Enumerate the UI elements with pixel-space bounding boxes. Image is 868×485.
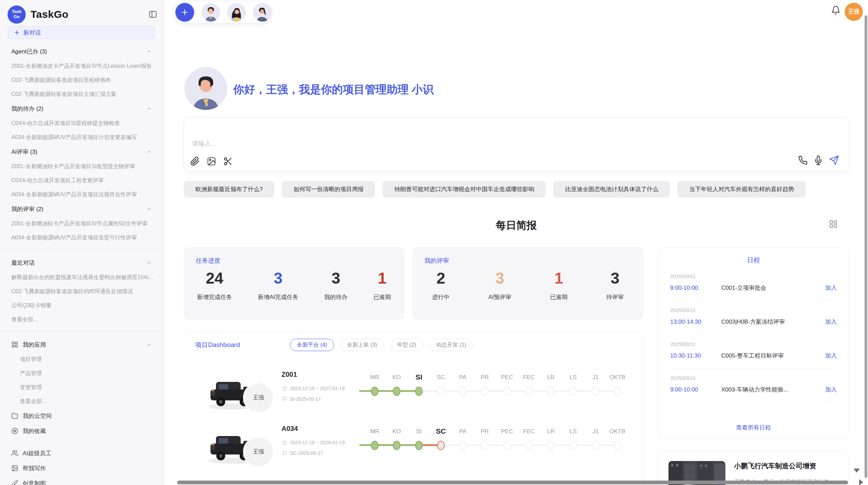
greeting-text: 你好，王强，我是你的项目管理助理 小识 [233, 82, 434, 97]
sidebar-item[interactable]: Z001-全新燃油轻卡产品开发项目SI节点属性5D文件评审 [0, 216, 164, 231]
stat-value: 3 [611, 269, 619, 288]
my-review-title: 我的评审 [424, 257, 449, 265]
project-milestone-date: SI-2025-05-17 [282, 396, 321, 402]
scroll-right-arrow[interactable] [859, 479, 863, 485]
milestone-dot-todo [547, 387, 555, 396]
join-meeting-link[interactable]: 加入 [825, 284, 837, 292]
attachment-icon[interactable] [190, 157, 200, 166]
schedule-event-title: C001-立项审批会 [721, 284, 821, 292]
suggestion-chip[interactable]: 比亚迪全固态电池计划具体说了什么 [553, 181, 670, 198]
microphone-icon[interactable] [813, 156, 823, 165]
section-label: 我的应用 [23, 341, 46, 349]
milestone-dot-done [415, 441, 423, 450]
plus-icon [180, 8, 189, 17]
sidebar-section-my-todo[interactable]: 我的待办 (2) [0, 101, 164, 116]
scroll-down-arrow[interactable] [854, 469, 860, 473]
sidebar-item-cloud-space[interactable]: 我的云空间 [0, 408, 164, 423]
notification-bell-icon[interactable] [831, 5, 841, 15]
milestone-dot-todo [503, 387, 511, 396]
horizontal-scrollbar[interactable] [177, 481, 848, 484]
stat-label: 新增完成任务 [197, 293, 232, 301]
stat-pending-review: 3 待评审 [606, 269, 624, 301]
sidebar-item[interactable]: 公司Q3轻卡销量 [0, 298, 164, 312]
image-upload-icon[interactable] [207, 157, 216, 166]
daily-briefing-title: 每日简报 [184, 219, 849, 233]
dashboard-tabs: 全新平台 (4) 全新上装 (3) 年型 (2) 动总开发 (1) [290, 339, 473, 351]
section-label: Agent已办 (3) [11, 48, 47, 55]
sidebar-app-change-mgmt[interactable]: 变更管理 [0, 380, 164, 394]
my-review-card: 我的评审 2 进行中 3 AI预评审 1 已逾期 3 待评审 [412, 247, 643, 320]
sidebar-item-help-me-write[interactable]: 帮我写作 [0, 461, 164, 476]
join-meeting-link[interactable]: 加入 [825, 352, 837, 360]
send-icon[interactable] [829, 155, 839, 165]
sidebar-app-product-mgmt[interactable]: 产品管理 [0, 366, 164, 380]
user-avatar[interactable]: 王强 [845, 3, 863, 21]
tab-year-model[interactable]: 年型 (2) [390, 339, 423, 351]
project-row-a034[interactable]: 王强 A034 2023-12-19 ~ 2026-01-19 SC-2025-… [184, 423, 643, 474]
milestone-dot-todo [592, 387, 599, 396]
sidebar-collapse-icon[interactable] [148, 10, 157, 19]
suggestion-chip[interactable]: 特朗普可能对进口汽车增税会对中国车企造成哪些影响 [383, 181, 546, 198]
chat-input-card[interactable]: 请输入... [184, 117, 849, 171]
tab-new-body[interactable]: 全新上装 (3) [340, 339, 384, 351]
add-agent-button[interactable] [175, 3, 194, 22]
suggestion-chip[interactable]: 当下年轻人对汽车外观有怎样的喜好趋势 [677, 181, 806, 198]
schedule-time: 13:00-14:30 [670, 319, 721, 325]
agent-avatar-2[interactable] [227, 3, 246, 22]
project-row-z001[interactable]: 王强 Z001 2023-12-19 ~ 2027-01-19 SI-2025-… [184, 369, 643, 420]
sidebar-app-view-all[interactable]: 查看全部... [0, 394, 164, 408]
agent-avatar-3[interactable] [253, 3, 272, 22]
sidebar-item-ai-super-staff[interactable]: AI超级员工 [0, 446, 164, 461]
stat-review-overdue: 1 已逾期 [550, 269, 568, 301]
folder-icon [11, 412, 18, 419]
join-meeting-link[interactable]: 加入 [825, 386, 837, 394]
tab-new-platform[interactable]: 全新平台 (4) [290, 339, 334, 351]
milestone-dot-done [393, 441, 400, 450]
schedule-date: 2025/03/11 [670, 307, 837, 313]
chevron-up-icon [146, 149, 152, 154]
sidebar-section-my-apps[interactable]: 我的应用 [0, 337, 164, 352]
agent-avatar-bar [173, 1, 272, 23]
sidebar-item[interactable]: A034-全新新能源MUV产品开发项目法规符合性评审 [0, 187, 164, 201]
stat-label: 进行中 [432, 293, 449, 301]
sidebar-section-ai-review[interactable]: AI评审 (3) [0, 144, 164, 159]
sidebar-item[interactable]: A034-全新新能源MUV产品开发项目计划变更表编写 [0, 130, 164, 144]
screenshot-scissors-icon[interactable] [223, 157, 233, 166]
sidebar-item[interactable]: C02-飞腾新能源轻客改款项目立项汇报方案 [0, 87, 164, 101]
join-meeting-link[interactable]: 加入 [825, 318, 837, 326]
sidebar-section-agent-done[interactable]: Agent已办 (3) [0, 44, 164, 59]
milestone-dot-todo [437, 387, 445, 396]
chat-input-placeholder[interactable]: 请输入... [192, 139, 216, 148]
suggestion-chip[interactable]: 如何写一份清晰的项目周报 [282, 181, 375, 198]
sidebar-item-view-all[interactable]: 查看全部... [0, 312, 164, 326]
sidebar-header: Task Go TaskGo [0, 0, 164, 25]
tab-powertrain-dev[interactable]: 动总开发 (1) [429, 339, 473, 351]
agent-avatar-1[interactable] [202, 3, 220, 22]
stat-value: 1 [378, 269, 387, 288]
chevron-up-icon [146, 49, 152, 54]
users-icon [11, 450, 18, 457]
vertical-scrollbar[interactable] [865, 15, 867, 478]
project-milestone-date: SC-2025-05-17 [282, 450, 323, 456]
sidebar-item[interactable]: Z001-全新燃油皮卡产品开发项目SI节点Lesson Learn报告 [0, 59, 164, 73]
sidebar-item[interactable]: A034-全新新能源MUV产品开发项目造型可行性评审 [0, 231, 164, 245]
sidebar-item[interactable]: C02-飞腾新能源轻客改款项目里程碑画布 [0, 73, 164, 87]
suggestion-chip[interactable]: 欧洲新规最近颁布了什么? [184, 181, 274, 198]
sidebar-item-creative-drawing[interactable]: 创意制图 [0, 476, 164, 485]
new-chat-button[interactable]: 新对话 [8, 26, 155, 39]
sidebar-item-favorites[interactable]: 我的收藏 [0, 423, 164, 438]
milestone-dot-todo [592, 441, 599, 450]
news-card[interactable]: 小鹏飞行汽车制造公司增资 天眼查 App 显示，近日广州汇天飞行汽... [658, 451, 849, 485]
sidebar-item[interactable]: Z001-全新燃油轻卡产品开发项目SI造型提交物评审 [0, 159, 164, 173]
briefing-layout-icon[interactable] [829, 220, 838, 228]
plus-icon [14, 29, 20, 36]
sidebar-section-my-review[interactable]: 我的评审 (2) [0, 201, 164, 216]
sidebar-item[interactable]: C0X4-动力总成开发项目工程变更评审 [0, 173, 164, 187]
sidebar-section-recent-chats[interactable]: 最近对话 [0, 255, 164, 270]
sidebar-app-project-mgmt[interactable]: 项目管理 [0, 352, 164, 366]
voice-call-icon[interactable] [798, 156, 808, 165]
view-all-schedule-link[interactable]: 查看所有日程 [659, 419, 848, 438]
sidebar-item[interactable]: C02-飞腾新能源轻客改款项目的闭环通告反馈情况 [0, 284, 164, 298]
sidebar-item[interactable]: C0X4-动力总成开发项目SI里程碑提交物检查 [0, 116, 164, 130]
sidebar-item[interactable]: 解释最新出台的欧盟报废车法规再生塑料比例被调至15%... [0, 270, 164, 284]
